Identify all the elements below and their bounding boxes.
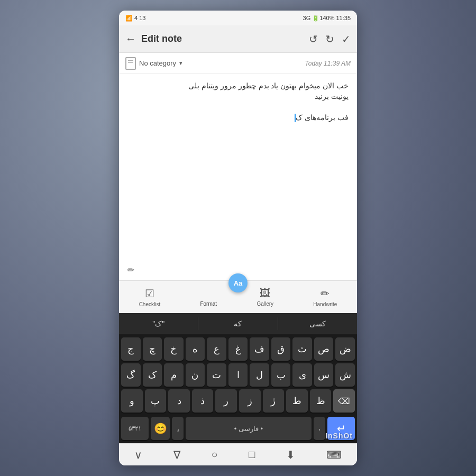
key-fa[interactable]: ف xyxy=(250,337,269,361)
key-row-2: گ ک م ن ت ا ل ب ی س ش xyxy=(121,363,355,387)
undo-button[interactable]: ↺ xyxy=(309,33,318,45)
key-pe[interactable]: پ xyxy=(145,389,167,413)
key-row-3: و پ د ذ ر ز ژ ط ظ ⌫ xyxy=(121,389,355,413)
back-button[interactable]: ← xyxy=(125,33,136,45)
status-right: 3G 🔋140% 11:35 xyxy=(303,15,351,22)
keyboard-area: "ک" که کسی ج چ خ ه ع غ ف ق ث ص ض گ xyxy=(119,313,357,443)
toolbar-actions: ↺ ↻ ✓ xyxy=(309,33,351,45)
key-sin[interactable]: س xyxy=(314,363,334,387)
redo-button[interactable]: ↻ xyxy=(325,33,334,45)
gallery-label: Gallery xyxy=(257,301,273,307)
phone-frame: 📶 4 13 3G 🔋140% 11:35 ← Edit note ↺ ↻ ✓ … xyxy=(119,11,357,465)
format-label: Format xyxy=(200,301,217,307)
checklist-icon: ☑ xyxy=(145,287,154,300)
handwrite-button[interactable]: ✏ Handwrite xyxy=(308,284,342,310)
nav-keyboard-icon[interactable]: ⌨ xyxy=(326,448,342,461)
key-ghain[interactable]: غ xyxy=(228,337,248,361)
keyboard-rows: ج چ خ ه ع غ ف ق ث ص ض گ ک م ن ت ا ل xyxy=(119,334,357,415)
key-zhe[interactable]: ژ xyxy=(263,389,285,413)
key-jim[interactable]: ج xyxy=(121,337,141,361)
note-content-area[interactable]: خب الان میخوام بهتون یاد بدم چطور مرور و… xyxy=(119,74,357,280)
suggestion-item-2[interactable]: کسی xyxy=(278,317,357,330)
key-shin[interactable]: ش xyxy=(335,363,355,387)
watermark: InShOt xyxy=(325,432,353,440)
key-ra[interactable]: ر xyxy=(215,389,237,413)
key-sad[interactable]: ص xyxy=(314,337,334,361)
page-title: Edit note xyxy=(141,33,309,44)
nav-download-icon[interactable]: ⬇ xyxy=(286,448,295,461)
nav-recents-icon[interactable]: □ xyxy=(249,448,255,461)
pen-indicator-icon: ✏ xyxy=(127,265,134,275)
note-meta-bar: No category ▾ Today 11:39 AM xyxy=(119,53,357,74)
key-ya[interactable]: ی xyxy=(292,363,312,387)
key-za2[interactable]: ظ xyxy=(310,389,332,413)
category-dropdown-arrow: ▾ xyxy=(179,60,182,67)
category-icon xyxy=(125,57,136,70)
key-kaf[interactable]: ک xyxy=(143,363,162,387)
space-key[interactable]: • فارسی • xyxy=(186,417,312,440)
handwrite-icon: ✏ xyxy=(321,287,329,300)
key-mim[interactable]: م xyxy=(164,363,184,387)
status-bar: 📶 4 13 3G 🔋140% 11:35 xyxy=(119,11,357,25)
key-alef[interactable]: ا xyxy=(228,363,248,387)
key-khe[interactable]: خ xyxy=(164,337,184,361)
key-tha[interactable]: ث xyxy=(292,337,312,361)
category-area[interactable]: No category ▾ xyxy=(125,57,182,70)
key-lam[interactable]: ل xyxy=(250,363,269,387)
handwrite-label: Handwrite xyxy=(313,301,337,307)
key-ta2[interactable]: ط xyxy=(286,389,308,413)
nav-back-icon[interactable]: ∨ xyxy=(134,448,142,461)
checklist-button[interactable]: ☑ Checklist xyxy=(134,284,166,310)
gallery-button[interactable]: 🖼 Gallery xyxy=(251,284,279,310)
status-left: 📶 4 13 xyxy=(125,15,145,22)
key-qaf[interactable]: ق xyxy=(271,337,291,361)
key-vav[interactable]: و xyxy=(121,389,143,413)
key-dal[interactable]: د xyxy=(168,389,190,413)
note-timestamp: Today 11:39 AM xyxy=(305,60,351,67)
nav-bar: ∨ ∇ ○ □ ⬇ ⌨ xyxy=(119,443,357,465)
note-text-line3: فب برنامه‌های ک xyxy=(127,113,349,122)
key-zain[interactable]: ز xyxy=(239,389,261,413)
key-ba[interactable]: ب xyxy=(271,363,291,387)
suggestion-item-1[interactable]: که xyxy=(198,317,278,330)
nav-home-icon[interactable]: ○ xyxy=(212,448,218,461)
key-ta[interactable]: ت xyxy=(207,363,226,387)
key-he[interactable]: ه xyxy=(186,337,205,361)
key-zad[interactable]: ض xyxy=(335,337,355,361)
emoji-key[interactable]: 😊 xyxy=(151,417,170,440)
comma-key[interactable]: ، xyxy=(314,417,325,440)
backspace-key[interactable]: ⌫ xyxy=(333,389,355,413)
separator-key[interactable]: ، xyxy=(172,417,184,440)
note-text-line1: خب الان میخوام بهتون یاد بدم چطور مرور و… xyxy=(127,81,349,90)
format-button[interactable]: Aa Format xyxy=(195,284,222,310)
key-nun[interactable]: ن xyxy=(186,363,205,387)
format-active-bubble: Aa xyxy=(228,273,248,292)
suggestions-row: "ک" که کسی xyxy=(119,313,357,334)
nav-down-icon[interactable]: ∇ xyxy=(173,448,180,461)
key-row-1: ج چ خ ه ع غ ف ق ث ص ض xyxy=(121,337,355,361)
editor-toolbar: Aa ☑ Checklist Aa Format 🖼 Gallery ✏ Han… xyxy=(119,280,357,313)
app-toolbar: ← Edit note ↺ ↻ ✓ xyxy=(119,25,357,53)
suggestion-item-0[interactable]: "ک" xyxy=(119,317,198,330)
confirm-button[interactable]: ✓ xyxy=(342,33,351,45)
keyboard-bottom-row: ۵۳۲۱ 😊 ، • فارسی • ، ↵ xyxy=(119,415,357,443)
key-gaf[interactable]: گ xyxy=(121,363,141,387)
checklist-label: Checklist xyxy=(139,301,161,307)
category-label: No category xyxy=(139,59,176,67)
gallery-icon: 🖼 xyxy=(260,287,270,299)
key-ain[interactable]: ع xyxy=(207,337,226,361)
key-zal[interactable]: ذ xyxy=(192,389,214,413)
numbers-key[interactable]: ۵۳۲۱ xyxy=(121,417,149,440)
key-che[interactable]: چ xyxy=(143,337,162,361)
note-text-line2: یونیت بزنید xyxy=(127,92,349,100)
